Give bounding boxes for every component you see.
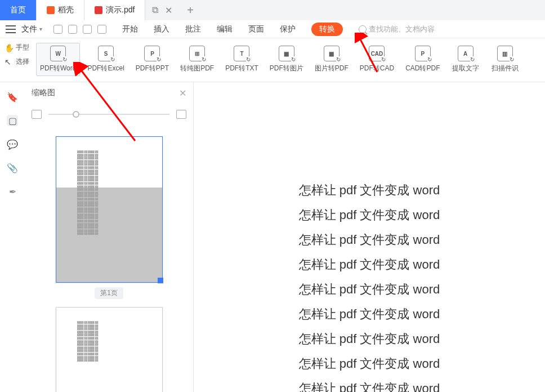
ppt-icon: P [144,46,160,61]
tab-docer-label: 稻壳 [58,5,74,15]
thumbnail-panel: 缩略图 ✕ ████ ██ ████ ██████ ██ ████ ██████… [25,82,194,392]
select-tool[interactable]: 选择 [1,56,33,68]
thumbnail-list: ████ ██ ████ ██████ ██ ████ ██████ ██ ██… [25,125,193,392]
hand-icon [5,43,14,52]
pdf-to-image-button[interactable]: ▦ PDF转图片 [266,43,307,76]
scan-ocr-button[interactable]: ▥ 扫描件识 [487,43,523,76]
doc-line: 怎样让 pdf 文件变成 word [299,376,440,392]
menu-start[interactable]: 开始 [122,24,138,34]
cursor-icon [5,57,14,66]
pdf-to-ppt-button[interactable]: P PDF转PPT [132,43,173,76]
doc-line: 怎样让 pdf 文件变成 word [299,228,440,252]
tab-window-controls: ⧉ ✕ [145,0,179,20]
pdf-to-cad-button[interactable]: CAD PDF转CAD [356,43,398,76]
extract-text-button[interactable]: A 提取文字 [448,43,484,76]
thumbnail-page-1[interactable]: ████ ██ ████ ██████ ██ ████ ██████ ██ ██… [56,136,163,283]
bookmark-icon[interactable]: 🔖 [7,91,18,103]
ribbon-buttons: W PDF转Word S PDF转Excel P PDF转PPT ⊞ 转纯图PD… [34,38,545,82]
txt-icon: T [234,46,249,61]
pdf-to-txt-button[interactable]: T PDF转TXT [221,43,262,76]
file-menu[interactable]: 文件 [21,24,42,34]
body-area: 🔖 ▢ 💬 📎 ✒ 缩略图 ✕ ████ ██ ████ ██████ ██ █… [0,82,545,392]
doc-line: 怎样让 pdf 文件变成 word [299,252,440,277]
docer-icon [47,6,55,14]
tab-bar: 首页 稻壳 演示.pdf ⧉ ✕ + [0,0,545,20]
cad2pdf-icon: P [415,46,431,61]
qat-undo-icon[interactable] [83,25,92,34]
search-placeholder: 查找功能、文档内容 [369,24,435,34]
thumb-text-preview-2: ████ ██ ████ ██████ ██ ████ ██████ ██ ██… [77,321,141,362]
extract-icon: A [458,46,473,61]
thumbnail-zoom-slider[interactable] [48,114,169,115]
pdf-to-word-button[interactable]: W PDF转Word [36,43,80,76]
thumbnail-title: 缩略图 [32,88,55,98]
search-box[interactable]: 查找功能、文档内容 [359,24,435,34]
detach-icon[interactable]: ⧉ [152,5,158,15]
menu-insert[interactable]: 插入 [154,24,169,34]
thumbnail-toolbar [25,104,193,125]
menu-left-group: 文件 [6,24,106,34]
menu-page[interactable]: 页面 [248,24,264,34]
thumb-tool-right-icon[interactable] [176,110,186,119]
signature-icon[interactable]: ✒ [7,186,18,197]
search-icon [359,25,367,33]
thumb-tool-left-icon[interactable] [32,110,42,119]
page-1-label: 第1页 [95,287,123,299]
pdf-file-icon [95,6,102,14]
thumbnail-header: 缩略图 ✕ [25,82,193,104]
doc-line: 怎样让 pdf 文件变成 word [299,203,440,228]
hamburger-icon[interactable] [6,25,16,33]
tab-document[interactable]: 演示.pdf [84,0,145,20]
to-image-pdf-button[interactable]: ⊞ 转纯图PDF [176,43,218,76]
comment-icon[interactable]: 💬 [7,139,18,150]
menu-edit[interactable]: 编辑 [217,24,233,34]
imagepdf-icon: ⊞ [189,46,205,61]
ribbon-tabs: 开始 插入 批注 编辑 页面 保护 转换 [122,23,343,36]
thumbnail-page-1-wrap: ████ ██ ████ ██████ ██ ████ ██████ ██ ██… [56,136,163,299]
qat-redo-icon[interactable] [97,25,106,34]
doc-line: 怎样让 pdf 文件变成 word [299,277,440,302]
new-tab-button[interactable]: + [179,0,202,20]
menu-protect[interactable]: 保护 [280,24,296,34]
tab-home-label: 首页 [10,5,26,15]
doc-line: 怎样让 pdf 文件变成 word [299,302,440,327]
thumbnail-page-2[interactable]: ████ ██ ████ ██████ ██ ████ ██████ ██ ██… [56,307,163,392]
left-sidebar: 🔖 ▢ 💬 📎 ✒ [0,82,25,392]
menu-annotate[interactable]: 批注 [185,24,201,34]
quick-access-toolbar [53,25,106,34]
tool-mode-group: 手型 选择 [0,38,34,82]
cad-to-pdf-button[interactable]: P CAD转PDF [401,43,444,76]
image-icon: ▦ [279,46,294,61]
menu-convert-active[interactable]: 转换 [311,23,343,36]
hand-tool[interactable]: 手型 [1,42,33,54]
tab-home[interactable]: 首页 [0,0,37,20]
close-panel-icon[interactable]: ✕ [179,88,186,99]
doc-line: 怎样让 pdf 文件变成 word [299,327,440,351]
attachment-icon[interactable]: 📎 [7,162,18,173]
document-view[interactable]: 怎样让 pdf 文件变成 word 怎样让 pdf 文件变成 word 怎样让 … [194,82,545,392]
word-icon: W [50,46,66,61]
close-tab-icon[interactable]: ✕ [165,5,172,16]
menu-bar: 文件 开始 插入 批注 编辑 页面 保护 转换 查找功能、文档内容 [0,20,545,38]
doc-line: 怎样让 pdf 文件变成 word [299,351,440,376]
tab-docer[interactable]: 稻壳 [37,0,84,20]
qat-print-icon[interactable] [68,25,77,34]
excel-icon: S [98,46,114,61]
qat-save-icon[interactable] [53,25,62,34]
image-to-pdf-button[interactable]: ▦ 图片转PDF [311,43,352,76]
slider-knob[interactable] [73,111,79,118]
cad-icon: CAD [369,46,385,61]
thumbnail-page-2-wrap: ████ ██ ████ ██████ ██ ████ ██████ ██ ██… [56,307,163,392]
thumbnail-icon[interactable]: ▢ [7,115,18,126]
pdf-to-excel-button[interactable]: S PDF转Excel [83,43,128,76]
scan-icon: ▥ [497,46,513,61]
tab-document-label: 演示.pdf [106,5,135,15]
doc-line: 怎样让 pdf 文件变成 word [299,178,440,203]
ribbon-row: 手型 选择 W PDF转Word S PDF转Excel P PDF转PPT ⊞… [0,38,545,82]
img2pdf-icon: ▦ [324,46,339,61]
thumb-viewport-overlay [56,188,162,282]
